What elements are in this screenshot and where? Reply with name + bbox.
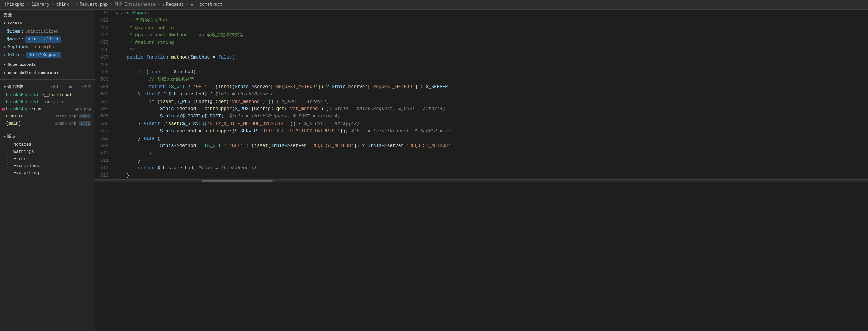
var-name-item: $item [7,28,20,35]
line-num-492: 492 [95,17,113,24]
line-num-500: 500 [95,76,113,83]
stack-file-2: App.php [75,107,91,111]
line-num-504: 504 [95,105,113,113]
line-num-506: 506 [95,120,113,128]
bc-sep-3: > [71,2,73,7]
call-stack-header[interactable]: ▼ 调用堆栈 因 breakpoint 已暂停 [0,82,95,92]
line-content-505: $this->{$_POST}($_POST);$this = think\Re… [113,113,868,120]
line-content-495: * @return string [113,39,868,46]
call-stack-chevron: ▼ [4,85,6,89]
stack-fn-1: think\Request::instance [6,100,65,105]
line-content-493: * @access public [113,24,868,32]
bp-errors: Errors [0,155,95,162]
bp-exceptions-checkbox[interactable] [7,164,11,168]
stack-frame-4[interactable]: {main} index.php 17:1 [0,120,95,127]
line-content-501: return IS_CLI ? 'GET' : (isset($this->se… [113,83,868,91]
line-content-510: } [113,150,868,157]
stack-fn-3: require [6,114,23,119]
code-line-502: 502 } elseif (!$this->method) {$this = t… [95,91,868,98]
locals-header[interactable]: ▼ Locals [0,19,95,28]
bp-exceptions-label: Exceptions [13,164,39,169]
bp-everything: Everything [0,170,95,177]
code-line-499: 499 if (true === $method) { [95,68,868,76]
bp-warnings-label: Warnings [13,149,34,154]
stack-frame-3[interactable]: require start.php 18:1 [0,113,95,120]
bc-intelephense: PHP Intelephense [115,2,155,7]
line-num-498: 498 [95,61,113,69]
bc-library[interactable]: library [32,2,49,7]
breakpoints-header[interactable]: ▼ 断点 [0,132,95,141]
var-item-this[interactable]: ► $this : think\Request [0,51,95,59]
breakpoints-section: ▼ 断点 Notices Warnings Errors Exceptions [0,132,95,177]
line-num-493: 493 [95,24,113,32]
code-line-508: 508 } else { [95,135,868,143]
bc-construct[interactable]: __construct [194,2,223,7]
line-num-512: 512 [95,165,113,172]
line-content-511: } [113,157,868,165]
line-content-492: * 当前的请求类型 [113,17,868,24]
code-line-501: 501 return IS_CLI ? 'GET' : (isset($this… [95,83,868,91]
code-line-504: 504 $this->method = strtoupper($_POST[Co… [95,105,868,113]
breakpoints-label: 断点 [7,134,15,139]
code-table: 14 class Request 492 * 当前的请求类型 493 * @ac… [95,10,868,179]
stack-frame-1[interactable]: think\Request::instance [0,99,95,106]
divider-1 [0,79,95,80]
vars-title: 变量 [0,10,95,19]
line-content-508: } else { [113,135,868,143]
stack-frame-2[interactable]: think\App::run App.php [0,106,95,113]
line-content-507: $this->method = strtoupper($_SERVER['HTT… [113,128,868,135]
bc-sep-1: > [27,2,29,7]
divider-2 [0,129,95,129]
code-editor[interactable]: 14 class Request 492 * 当前的请求类型 493 * @ac… [95,10,868,331]
bp-warnings-checkbox[interactable] [7,150,11,154]
code-line-14: 14 class Request [95,10,868,17]
locals-chevron: ▼ [4,22,6,26]
line-num-507: 507 [95,128,113,135]
line-content-509: $this->method = IS_CLI ? 'GET' : (isset(… [113,142,868,150]
var-item-options[interactable]: ► $options : array(0) [0,43,95,51]
superglobals-header[interactable]: ► Superglobals [0,60,95,69]
line-content-14: class Request [113,10,868,17]
bp-warnings: Warnings [0,148,95,155]
var-name-name: $name [7,36,20,43]
code-line-497: 497 public function method($method = fal… [95,54,868,61]
bc-thinkphp[interactable]: thinkphp [4,2,25,7]
code-line-513: 513 } [95,172,868,180]
line-num-496: 496 [95,46,113,54]
line-content-494: * @param bool $method true 获取原始请求类型 [113,32,868,39]
line-content-500: // 获取原始请求类型 [113,76,868,83]
var-value-this: think\Request [26,52,61,58]
bp-errors-checkbox[interactable] [7,157,11,161]
line-num-509: 509 [95,142,113,150]
var-value-name: uninitialized [25,36,61,43]
stack-line-4: 17:1 [79,121,91,126]
bp-everything-checkbox[interactable] [7,171,11,175]
bc-request-php[interactable]: Request.php [79,2,108,7]
line-content-497: public function method($method = false) [113,54,868,61]
breadcrumb: thinkphp > library > think > □ Request.p… [0,0,868,10]
bc-request-class[interactable]: Request [166,2,184,7]
bp-chevron: ▼ [4,134,6,139]
bp-notices: Notices [0,141,95,148]
line-content-506: } elseif (isset($_SERVER['HTTP_X_HTTP_ME… [113,120,868,128]
breakpoint-note: 因 breakpoint 已暂停 [51,84,91,89]
stack-frame-0[interactable]: think\Request->__construct [0,92,95,99]
main-area: 变量 ▼ Locals $item : uninitialized $name … [0,10,868,331]
bc-construct-icon: ■ [191,2,193,7]
line-content-504: $this->method = strtoupper($_POST[Config… [113,105,868,113]
bc-sep-2: > [51,2,54,7]
stack-fn-0: think\Request->__construct [6,93,72,98]
var-value-item: uninitialized [25,28,59,35]
stack-line-3: 18:1 [79,114,91,118]
line-num-14: 14 [95,10,113,17]
line-num-499: 499 [95,68,113,76]
bc-think[interactable]: think [56,2,69,7]
code-line-493: 493 * @access public [95,24,868,32]
line-num-513: 513 [95,172,113,180]
line-num-502: 502 [95,91,113,98]
user-constants-header[interactable]: ► User defined constants [0,69,95,77]
code-line-503: 503 if (isset($_POST[Config::get('var_me… [95,98,868,106]
bp-notices-checkbox[interactable] [7,143,11,147]
breakpoint-dot [2,108,5,111]
stack-file-4: index.php [55,121,76,126]
